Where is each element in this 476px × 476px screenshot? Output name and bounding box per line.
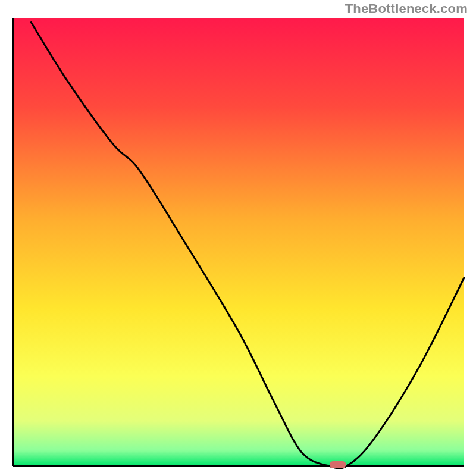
plot-background <box>13 18 464 466</box>
bottleneck-chart <box>0 0 476 476</box>
chart-frame: TheBottleneck.com <box>0 0 476 476</box>
optimal-marker <box>330 461 346 468</box>
